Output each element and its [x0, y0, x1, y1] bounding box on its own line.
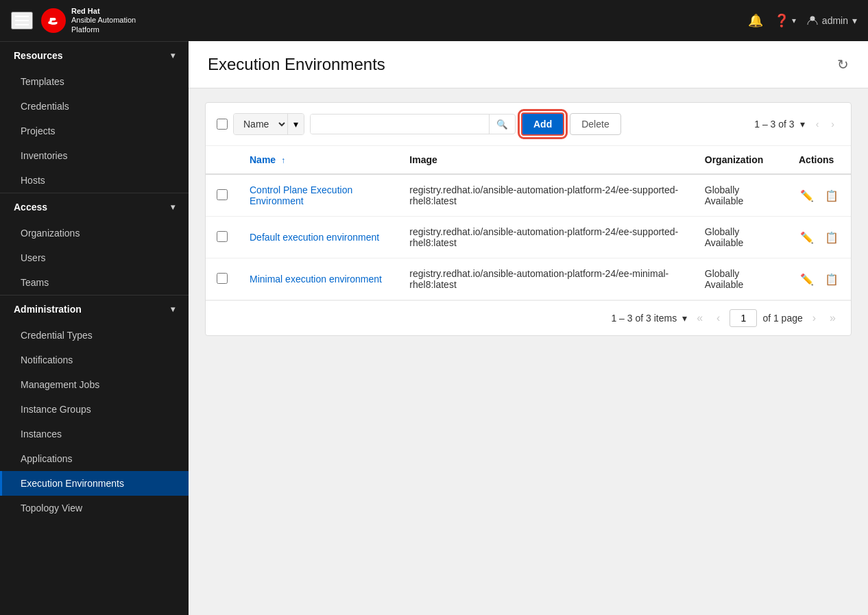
bottom-items-text: 1 – 3 of 3 items: [611, 313, 677, 324]
row-2-checkbox[interactable]: [217, 273, 228, 284]
table-header: Name ↑ Image Organization Actions: [206, 146, 851, 174]
row-1-name-link[interactable]: Default execution environment: [250, 232, 379, 243]
filter-caret-icon: ▾: [287, 114, 304, 134]
redhat-logo-icon: [41, 8, 66, 33]
sidebar-section-resources-header[interactable]: Resources ▾: [0, 42, 189, 69]
sidebar-item-notifications[interactable]: Notifications: [0, 348, 189, 372]
row-2-organization-cell: Globally Available: [694, 258, 788, 300]
row-0-checkbox[interactable]: [217, 189, 228, 200]
help-button[interactable]: ❓ ▾: [774, 13, 796, 28]
sidebar-section-administration: Administration ▾ Credential Types Notifi…: [0, 295, 189, 520]
brand-line2: Ansible Automation: [71, 16, 136, 25]
row-1-copy-button[interactable]: 📋: [823, 230, 840, 245]
toolbar-pagination-nav: ‹ ›: [810, 116, 840, 132]
resources-label: Resources: [14, 50, 63, 61]
search-input[interactable]: [311, 114, 489, 134]
sidebar-section-resources: Resources ▾ Templates Credentials Projec…: [0, 41, 189, 193]
topnav-icons: 🔔 ❓ ▾ admin ▾: [748, 13, 857, 28]
toolbar-next-button[interactable]: ›: [825, 116, 840, 132]
col-name-header[interactable]: Name ↑: [239, 146, 398, 174]
sidebar-item-credential-types[interactable]: Credential Types: [0, 323, 189, 348]
row-0-name-link[interactable]: Control Plane Execution Environment: [250, 184, 352, 206]
toolbar-prev-button[interactable]: ‹: [810, 116, 825, 132]
row-0-edit-button[interactable]: ✏️: [799, 188, 815, 204]
row-1-action-icons: ✏️ 📋: [799, 230, 840, 245]
bottom-page-of: of 1 page: [762, 313, 802, 324]
col-image-header: Image: [398, 146, 693, 174]
sidebar-item-credentials[interactable]: Credentials: [0, 94, 189, 119]
sidebar-item-topology-view[interactable]: Topology View: [0, 496, 189, 520]
row-1-actions-cell: ✏️ 📋: [788, 217, 851, 258]
col-actions-label: Actions: [799, 154, 834, 165]
sidebar-item-instance-groups[interactable]: Instance Groups: [0, 397, 189, 422]
toolbar-pagination-text: 1 – 3 of 3: [754, 119, 794, 130]
access-items: Organizations Users Teams: [0, 221, 189, 295]
table-row: Default execution environment registry.r…: [206, 217, 851, 258]
row-checkbox-cell: [206, 217, 239, 258]
table-area: Name ▾ 🔍 Add Delete 1 – 3 of 3 ▾ ‹: [205, 102, 852, 336]
page-header-actions: ↻: [837, 56, 849, 73]
sidebar-item-hosts[interactable]: Hosts: [0, 168, 189, 193]
notifications-bell-button[interactable]: 🔔: [748, 13, 763, 28]
user-menu[interactable]: admin ▾: [807, 15, 857, 26]
bottom-pagination: 1 – 3 of 3 items ▾ « ‹ of 1 page › »: [206, 300, 851, 335]
row-1-edit-button[interactable]: ✏️: [799, 230, 815, 245]
sidebar-item-organizations[interactable]: Organizations: [0, 221, 189, 245]
sidebar-item-instances[interactable]: Instances: [0, 422, 189, 446]
sidebar-item-projects[interactable]: Projects: [0, 119, 189, 143]
col-name-label: Name: [250, 154, 276, 165]
row-1-organization-cell: Globally Available: [694, 217, 788, 258]
sidebar-item-users[interactable]: Users: [0, 245, 189, 270]
sidebar-item-management-jobs[interactable]: Management Jobs: [0, 372, 189, 397]
row-1-checkbox[interactable]: [217, 231, 228, 242]
hamburger-menu[interactable]: [11, 12, 33, 29]
filter-select[interactable]: Name: [234, 114, 287, 134]
bottom-page-input[interactable]: [730, 309, 757, 327]
row-2-copy-button[interactable]: 📋: [823, 272, 840, 287]
page-header: Execution Environments ↻: [189, 41, 868, 88]
delete-button[interactable]: Delete: [570, 113, 620, 135]
table-row: Control Plane Execution Environment regi…: [206, 174, 851, 217]
sidebar-item-templates[interactable]: Templates: [0, 69, 189, 94]
resources-items: Templates Credentials Projects Inventori…: [0, 69, 189, 193]
bottom-next-page-button[interactable]: ›: [808, 309, 820, 327]
app-layout: Resources ▾ Templates Credentials Projec…: [0, 41, 868, 615]
table-row: Minimal execution environment registry.r…: [206, 258, 851, 300]
add-button[interactable]: Add: [521, 112, 564, 136]
row-checkbox-cell: [206, 174, 239, 217]
col-organization-label: Organization: [705, 154, 764, 165]
col-image-label: Image: [409, 154, 437, 165]
select-all-checkbox[interactable]: [217, 119, 228, 130]
toolbar-pagination-dropdown-icon: ▾: [800, 119, 805, 130]
bottom-prev-page-button[interactable]: ‹: [712, 309, 724, 327]
main-content: Execution Environments ↻ Name ▾: [189, 41, 868, 615]
search-button[interactable]: 🔍: [489, 114, 515, 134]
sidebar-item-inventories[interactable]: Inventories: [0, 143, 189, 168]
sidebar-section-administration-header[interactable]: Administration ▾: [0, 296, 189, 323]
row-0-name-cell: Control Plane Execution Environment: [239, 174, 398, 217]
sidebar-item-applications[interactable]: Applications: [0, 446, 189, 471]
search-input-wrapper: 🔍: [310, 114, 516, 134]
access-chevron-icon: ▾: [171, 202, 175, 212]
row-2-edit-button[interactable]: ✏️: [799, 272, 815, 287]
history-button[interactable]: ↻: [837, 56, 849, 73]
bottom-first-page-button[interactable]: «: [692, 309, 707, 327]
col-actions-header: Actions: [788, 146, 851, 174]
row-0-action-icons: ✏️ 📋: [799, 188, 840, 204]
sidebar-item-teams[interactable]: Teams: [0, 270, 189, 295]
access-label: Access: [14, 202, 47, 213]
sidebar-section-access-header[interactable]: Access ▾: [0, 193, 189, 221]
data-table: Name ↑ Image Organization Actions: [206, 146, 851, 300]
row-0-copy-button[interactable]: 📋: [823, 188, 840, 204]
row-0-actions-cell: ✏️ 📋: [788, 174, 851, 217]
row-0-image-cell: registry.redhat.io/ansible-automation-pl…: [398, 174, 693, 217]
col-checkbox: [206, 146, 239, 174]
user-chevron-icon: ▾: [852, 15, 857, 26]
administration-chevron-icon: ▾: [171, 304, 175, 314]
sidebar-item-execution-environments[interactable]: Execution Environments: [0, 471, 189, 496]
brand-line3: Platform: [71, 25, 136, 34]
row-2-name-link[interactable]: Minimal execution environment: [250, 274, 382, 285]
toolbar-pagination-info: 1 – 3 of 3 ▾ ‹ ›: [754, 116, 840, 132]
bottom-last-page-button[interactable]: »: [825, 309, 840, 327]
administration-label: Administration: [14, 304, 82, 315]
